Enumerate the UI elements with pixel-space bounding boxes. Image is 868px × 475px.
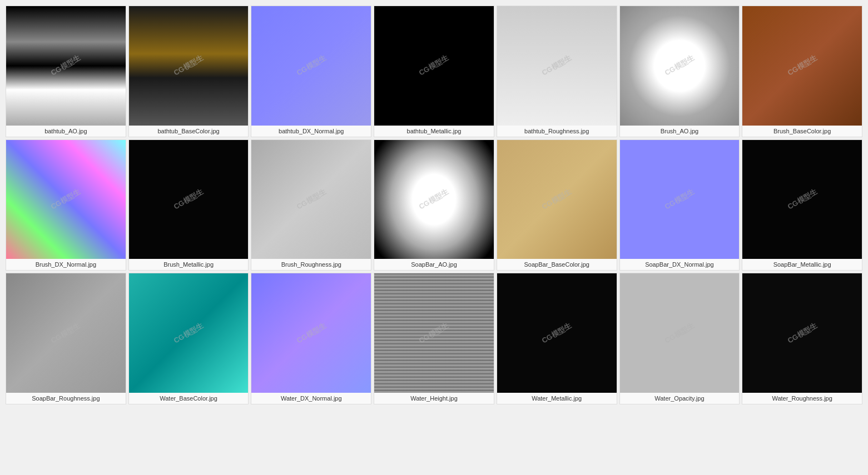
watermark-soapbar-normal: CG模型生 (663, 187, 696, 212)
thumb-preview-water-metallic: CG模型生 (497, 273, 617, 393)
thumb-item-bathtub-metallic[interactable]: CG模型生bathtub_Metallic.jpg (374, 6, 494, 137)
watermark-water-normal: CG模型生 (295, 321, 328, 346)
watermark-water-basecolor: CG模型生 (172, 321, 205, 346)
watermark-brush-roughness: CG模型生 (295, 187, 328, 212)
watermark-bathtub-normal: CG模型生 (295, 53, 328, 78)
thumb-item-bathtub-roughness[interactable]: CG模型生bathtub_Roughness.jpg (497, 6, 617, 137)
thumb-label-brush-basecolor: Brush_BaseColor.jpg (742, 126, 862, 137)
watermark-water-opacity: CG模型生 (663, 321, 696, 346)
thumb-label-brush-roughness: Brush_Roughness.jpg (251, 259, 371, 270)
thumb-preview-soapbar-roughness: CG模型生 (6, 273, 126, 393)
thumb-item-brush-roughness[interactable]: CG模型生Brush_Roughness.jpg (251, 139, 371, 271)
thumb-preview-soapbar-normal: CG模型生 (620, 140, 740, 259)
thumb-label-bathtub-basecolor: bathtub_BaseColor.jpg (129, 126, 249, 137)
watermark-bathtub-ao: CG模型生 (49, 53, 83, 78)
watermark-water-metallic: CG模型生 (540, 321, 573, 346)
thumb-preview-water-basecolor: CG模型生 (129, 273, 249, 393)
watermark-soapbar-metallic: CG模型生 (786, 187, 819, 212)
thumb-preview-soapbar-metallic: CG模型生 (742, 140, 862, 259)
thumb-item-water-basecolor[interactable]: CG模型生Water_BaseColor.jpg (128, 273, 249, 404)
thumb-item-brush-normal[interactable]: CG模型生Brush_DX_Normal.jpg (6, 139, 126, 271)
thumb-item-brush-ao[interactable]: CG模型生Brush_AO.jpg (619, 6, 740, 137)
thumb-label-bathtub-metallic: bathtub_Metallic.jpg (374, 126, 494, 137)
watermark-brush-normal: CG模型生 (49, 187, 83, 212)
thumb-item-brush-basecolor[interactable]: CG模型生Brush_BaseColor.jpg (742, 6, 862, 137)
thumb-label-soapbar-roughness: SoapBar_Roughness.jpg (6, 393, 126, 404)
thumb-preview-brush-ao: CG模型生 (620, 6, 740, 126)
watermark-soapbar-roughness: CG模型生 (49, 321, 83, 346)
thumb-preview-water-opacity: CG模型生 (620, 273, 740, 393)
thumb-preview-water-normal: CG模型生 (251, 273, 371, 393)
watermark-water-height: CG模型生 (418, 321, 451, 346)
thumb-item-bathtub-ao[interactable]: CG模型生bathtub_AO.jpg (6, 6, 126, 137)
thumb-label-bathtub-normal: bathtub_DX_Normal.jpg (251, 126, 371, 137)
thumb-label-brush-metallic: Brush_Metallic.jpg (129, 259, 249, 270)
thumb-label-brush-normal: Brush_DX_Normal.jpg (6, 259, 126, 270)
thumb-preview-soapbar-ao: CG模型生 (374, 140, 494, 259)
thumb-preview-water-roughness: CG模型生 (742, 273, 862, 393)
thumb-preview-bathtub-normal: CG模型生 (251, 6, 371, 126)
thumb-item-bathtub-basecolor[interactable]: CG模型生bathtub_BaseColor.jpg (128, 6, 249, 137)
thumb-preview-bathtub-metallic: CG模型生 (374, 6, 494, 126)
thumb-preview-brush-roughness: CG模型生 (251, 140, 371, 259)
thumb-label-water-height: Water_Height.jpg (374, 393, 494, 404)
thumb-preview-bathtub-ao: CG模型生 (6, 6, 126, 126)
thumb-item-bathtub-normal[interactable]: CG模型生bathtub_DX_Normal.jpg (251, 6, 371, 137)
thumb-preview-bathtub-basecolor: CG模型生 (129, 6, 249, 126)
thumb-preview-soapbar-basecolor: CG模型生 (497, 140, 617, 259)
thumb-preview-water-height: CG模型生 (374, 273, 494, 393)
watermark-water-roughness: CG模型生 (786, 321, 819, 346)
watermark-bathtub-metallic: CG模型生 (418, 53, 451, 78)
thumb-label-brush-ao: Brush_AO.jpg (620, 126, 740, 137)
watermark-soapbar-ao: CG模型生 (418, 187, 451, 212)
thumb-label-water-basecolor: Water_BaseColor.jpg (129, 393, 249, 404)
thumb-item-water-roughness[interactable]: CG模型生Water_Roughness.jpg (742, 273, 862, 404)
thumb-item-soapbar-roughness[interactable]: CG模型生SoapBar_Roughness.jpg (6, 273, 126, 404)
thumb-label-soapbar-normal: SoapBar_DX_Normal.jpg (620, 259, 740, 270)
thumb-label-soapbar-basecolor: SoapBar_BaseColor.jpg (497, 259, 617, 270)
thumb-item-soapbar-metallic[interactable]: CG模型生SoapBar_Metallic.jpg (742, 139, 862, 271)
thumb-label-bathtub-roughness: bathtub_Roughness.jpg (497, 126, 617, 137)
thumb-label-water-metallic: Water_Metallic.jpg (497, 393, 617, 404)
thumb-preview-bathtub-roughness: CG模型生 (497, 6, 617, 126)
thumb-preview-brush-metallic: CG模型生 (129, 140, 249, 259)
thumb-item-water-height[interactable]: CG模型生Water_Height.jpg (374, 273, 494, 404)
thumb-preview-brush-basecolor: CG模型生 (742, 6, 862, 126)
thumb-item-brush-metallic[interactable]: CG模型生Brush_Metallic.jpg (128, 139, 249, 271)
thumb-label-water-opacity: Water_Opacity.jpg (620, 393, 740, 404)
watermark-brush-metallic: CG模型生 (172, 187, 205, 212)
thumb-item-soapbar-basecolor[interactable]: CG模型生SoapBar_BaseColor.jpg (497, 139, 617, 271)
watermark-bathtub-roughness: CG模型生 (540, 53, 573, 78)
thumb-item-soapbar-normal[interactable]: CG模型生SoapBar_DX_Normal.jpg (619, 139, 740, 271)
thumb-label-soapbar-metallic: SoapBar_Metallic.jpg (742, 259, 862, 270)
thumb-item-water-normal[interactable]: CG模型生Water_DX_Normal.jpg (251, 273, 371, 404)
thumb-label-water-roughness: Water_Roughness.jpg (742, 393, 862, 404)
thumb-item-soapbar-ao[interactable]: CG模型生SoapBar_AO.jpg (374, 139, 494, 271)
thumb-label-bathtub-ao: bathtub_AO.jpg (6, 126, 126, 137)
thumb-preview-brush-normal: CG模型生 (6, 140, 126, 259)
thumb-label-water-normal: Water_DX_Normal.jpg (251, 393, 371, 404)
watermark-brush-ao: CG模型生 (663, 53, 696, 78)
watermark-bathtub-basecolor: CG模型生 (172, 53, 205, 78)
thumb-item-water-opacity[interactable]: CG模型生Water_Opacity.jpg (619, 273, 740, 404)
thumb-label-soapbar-ao: SoapBar_AO.jpg (374, 259, 494, 270)
thumb-item-water-metallic[interactable]: CG模型生Water_Metallic.jpg (497, 273, 617, 404)
watermark-soapbar-basecolor: CG模型生 (540, 187, 573, 212)
texture-grid: CG模型生bathtub_AO.jpgCG模型生bathtub_BaseColo… (6, 6, 862, 404)
watermark-brush-basecolor: CG模型生 (786, 53, 819, 78)
